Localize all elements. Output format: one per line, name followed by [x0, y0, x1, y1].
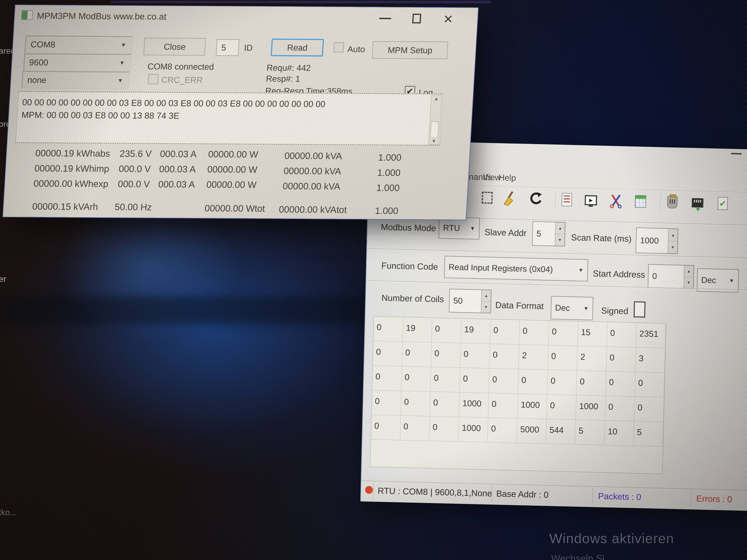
grid-cell[interactable]: 0	[430, 392, 460, 417]
spin-up-icon[interactable]: ▲	[482, 290, 491, 301]
title-bar[interactable]: MPM3PM ModBus www.be.co.at ×	[14, 5, 478, 28]
grid-cell[interactable]: 0	[519, 320, 549, 345]
spin-down-icon[interactable]: ▼	[668, 241, 678, 254]
grid-cell[interactable]: 0	[607, 322, 637, 347]
network-icon[interactable]	[690, 194, 705, 212]
grid-cell[interactable]: 0	[460, 368, 490, 393]
close-icon[interactable]: ×	[437, 11, 460, 26]
parity-select[interactable]: none▼	[22, 71, 129, 89]
grid-cell[interactable]: 2	[577, 346, 607, 371]
grid-cell[interactable]: 0	[634, 397, 664, 422]
minimize-icon[interactable]	[731, 153, 742, 155]
grid-cell[interactable]: 0	[490, 319, 520, 344]
verify-icon[interactable]: ✔	[715, 195, 731, 212]
spin-down-icon[interactable]: ▼	[481, 301, 491, 313]
disconnect-icon[interactable]	[608, 192, 624, 210]
grid-cell[interactable]: 15	[578, 321, 608, 346]
refresh-icon[interactable]	[527, 190, 543, 208]
monitor-play-icon[interactable]: ▶	[583, 191, 599, 209]
grid-cell[interactable]: 0	[576, 371, 607, 396]
clean-icon[interactable]	[502, 190, 518, 207]
number-of-coils-stepper[interactable]: 50 ▲▼	[449, 289, 491, 314]
grid-cell[interactable]: 0	[489, 344, 519, 369]
grid-cell[interactable]: 2	[519, 345, 548, 370]
function-code-select[interactable]: Read Input Registers (0x04)▼	[444, 256, 588, 282]
scrollbar[interactable]: ▲ ▼	[428, 95, 442, 145]
scan-rate-label: Scan Rate (ms)	[571, 232, 632, 244]
grid-cell[interactable]: 0	[431, 343, 461, 368]
spin-down-icon[interactable]: ▼	[555, 234, 565, 246]
grid-cell[interactable]: 10	[604, 421, 634, 446]
hex-log-textarea[interactable]: 00 00 00 00 00 00 00 00 03 E8 00 00 03 E…	[16, 91, 443, 146]
grid-cell[interactable]: 5000	[517, 419, 547, 444]
grid-cell[interactable]: 0	[372, 366, 402, 391]
grid-cell[interactable]: 0	[460, 343, 490, 368]
grid-cell[interactable]: 0	[402, 367, 431, 392]
grid-cell[interactable]: 19	[461, 319, 491, 344]
spin-up-icon[interactable]: ▲	[556, 222, 565, 234]
grid-cell[interactable]: 1000	[518, 394, 547, 419]
grid-cell[interactable]: 19	[403, 317, 432, 342]
com-port-select[interactable]: COM8▼	[25, 35, 133, 54]
slave-id-input[interactable]: 5	[216, 39, 239, 56]
grid-cell[interactable]: 0	[547, 395, 576, 420]
grid-cell[interactable]: 0	[607, 347, 636, 372]
grid-cell[interactable]: 0	[402, 342, 432, 367]
slave-addr-stepper[interactable]: 5 ▲▼	[532, 221, 565, 246]
serial-port-icon[interactable]	[664, 193, 680, 211]
mpm-setup-button[interactable]: MPM Setup	[372, 41, 448, 59]
data-format-select[interactable]: Dec▼	[550, 296, 593, 320]
grid-cell[interactable]: 0	[488, 393, 518, 418]
grid-cell[interactable]: 0	[372, 390, 402, 416]
grid-cell[interactable]: 0	[373, 341, 403, 366]
close-port-button[interactable]: Close	[144, 37, 206, 56]
maximize-icon[interactable]	[405, 11, 428, 26]
chevron-down-icon: ▼	[113, 60, 131, 66]
spin-down-icon[interactable]: ▼	[684, 277, 693, 288]
grid-cell[interactable]: 0	[548, 345, 578, 370]
scroll-up-icon[interactable]: ▲	[431, 96, 441, 102]
connection-status-text: COM8 connected	[147, 61, 214, 72]
grid-cell[interactable]: 0	[488, 418, 518, 443]
grid-cell[interactable]: 0	[430, 416, 459, 441]
grid-cell[interactable]: 1000	[459, 393, 489, 418]
grid-cell[interactable]: 0	[374, 317, 403, 342]
grid-cell[interactable]: 0	[518, 369, 548, 394]
start-address-stepper[interactable]: 0 ▲▼	[648, 264, 694, 289]
signed-checkbox[interactable]	[634, 301, 645, 317]
grid-cell[interactable]: 5	[575, 420, 605, 445]
grid-cell[interactable]: 3	[636, 348, 665, 373]
spin-up-icon[interactable]: ▲	[684, 266, 693, 277]
grid-cell[interactable]: 0	[606, 372, 636, 397]
menu-help[interactable]: Help	[498, 172, 516, 183]
grid-cell[interactable]: 0	[605, 396, 635, 421]
crc-err-checkbox[interactable]	[148, 74, 159, 84]
grid-cell[interactable]: 0	[432, 318, 462, 343]
grid-cell[interactable]: 0	[371, 415, 401, 440]
scroll-down-icon[interactable]: ▼	[429, 138, 439, 144]
grid-cell[interactable]: 1000	[576, 395, 606, 420]
grid-cell[interactable]: 544	[546, 419, 576, 444]
spin-up-icon[interactable]: ▲	[668, 229, 678, 241]
power-value: 00000.00 W	[206, 179, 257, 190]
baud-rate-select[interactable]: 9600▼	[23, 54, 131, 72]
selection-icon[interactable]	[479, 189, 495, 207]
scan-rate-stepper[interactable]: 1000 ▲▼	[636, 228, 678, 254]
grid-cell[interactable]: 0	[400, 416, 430, 441]
grid-cell[interactable]: 0	[401, 391, 431, 416]
table-icon[interactable]	[633, 193, 648, 210]
report-icon[interactable]	[559, 191, 575, 208]
read-button[interactable]: Read	[271, 38, 324, 56]
grid-cell[interactable]: 0	[431, 367, 460, 392]
grid-cell[interactable]: 0	[548, 321, 578, 346]
auto-checkbox[interactable]	[333, 42, 344, 53]
grid-cell[interactable]: 0	[547, 370, 577, 395]
grid-cell[interactable]: 1000	[459, 417, 488, 442]
scroll-thumb[interactable]	[430, 122, 439, 138]
grid-cell[interactable]: 0	[489, 369, 519, 394]
grid-cell[interactable]: 2351	[636, 323, 666, 348]
grid-cell[interactable]: 0	[635, 372, 665, 397]
modbus-mode-select[interactable]: RTU▼	[439, 217, 480, 239]
grid-cell[interactable]: 5	[634, 421, 664, 446]
minimize-icon[interactable]	[374, 11, 397, 26]
